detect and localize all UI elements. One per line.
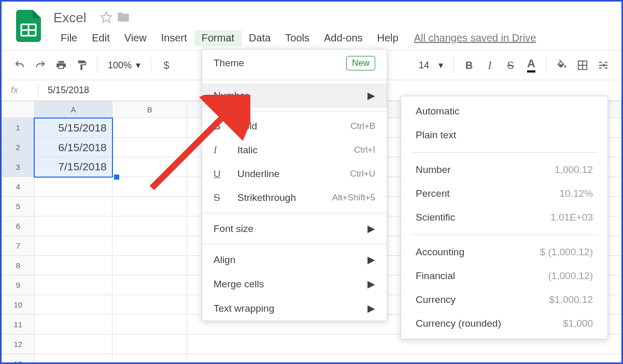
row-header[interactable]: 1 xyxy=(2,118,35,138)
menu-item-underline[interactable]: UUnderlineCtrl+U xyxy=(202,162,387,186)
cell[interactable] xyxy=(112,334,187,354)
column-header-A[interactable]: A xyxy=(34,101,112,118)
menu-insert[interactable]: Insert xyxy=(154,30,194,46)
menu-data[interactable]: Data xyxy=(242,30,278,46)
underline-icon: U xyxy=(214,168,227,180)
cell[interactable] xyxy=(112,157,187,177)
cell-A1[interactable]: 5/15/2018 xyxy=(34,118,112,138)
number-format-option[interactable]: Accounting$ (1,000.12) xyxy=(401,240,607,264)
cell[interactable] xyxy=(34,275,112,295)
row-header[interactable]: 7 xyxy=(2,236,35,256)
number-format-option[interactable]: Financial(1,000.12) xyxy=(401,264,607,288)
cell[interactable] xyxy=(112,256,187,275)
strikethrough-button[interactable]: S xyxy=(502,56,519,74)
menu-item-font-size[interactable]: Font size▶ xyxy=(202,216,387,241)
save-status[interactable]: All changes saved in Drive xyxy=(414,32,536,44)
selection-handle[interactable] xyxy=(114,174,119,180)
fill-color-button[interactable] xyxy=(553,56,571,74)
submenu-arrow-icon: ▶ xyxy=(367,278,375,290)
number-format-option[interactable]: Currency (rounded)$1,000 xyxy=(401,312,607,336)
menu-addons[interactable]: Add-ons xyxy=(317,30,370,46)
cell[interactable] xyxy=(112,315,187,334)
row-header[interactable]: 6 xyxy=(2,216,35,236)
menu-item-strikethrough[interactable]: SStrikethroughAlt+Shift+5 xyxy=(202,186,387,210)
cell[interactable] xyxy=(112,138,187,157)
cell[interactable] xyxy=(34,256,112,275)
redo-button[interactable] xyxy=(32,56,49,74)
borders-button[interactable] xyxy=(574,56,591,74)
cell[interactable] xyxy=(34,295,112,315)
format-currency-button[interactable]: $ xyxy=(158,56,175,74)
menu-edit[interactable]: Edit xyxy=(84,30,117,46)
document-title[interactable]: Excel xyxy=(53,10,87,26)
font-size-selector[interactable]: 14▾ xyxy=(415,60,447,71)
row-header[interactable]: 8 xyxy=(2,256,35,275)
menu-help[interactable]: Help xyxy=(370,30,406,46)
column-header-B[interactable]: B xyxy=(112,101,187,118)
menu-item-merge-cells[interactable]: Merge cells▶ xyxy=(202,272,387,296)
submenu-arrow-icon: ▶ xyxy=(367,302,375,314)
chevron-down-icon: ▾ xyxy=(438,60,443,71)
italic-icon: I xyxy=(214,144,227,156)
cell[interactable] xyxy=(112,236,187,256)
number-format-option[interactable]: Percent10.12% xyxy=(401,182,607,206)
number-format-option[interactable]: Currency$1,000.12 xyxy=(401,288,607,312)
cell-A3[interactable]: 7/15/2018 xyxy=(34,157,112,177)
formula-input[interactable]: 5/15/2018 xyxy=(48,85,89,96)
row-header[interactable]: 12 xyxy=(2,334,35,354)
menu-tools[interactable]: Tools xyxy=(278,30,317,46)
chevron-down-icon: ▾ xyxy=(136,60,140,71)
italic-button[interactable]: I xyxy=(481,56,499,74)
row-header[interactable]: 4 xyxy=(2,177,35,197)
row-header[interactable]: 2 xyxy=(2,138,35,157)
cell[interactable] xyxy=(112,118,187,138)
cell[interactable] xyxy=(34,354,112,365)
menu-file[interactable]: File xyxy=(53,30,84,46)
menu-item-theme[interactable]: Theme New xyxy=(202,50,387,77)
menu-item-align[interactable]: Align▶ xyxy=(202,247,387,272)
cell[interactable] xyxy=(34,216,112,236)
submenu-arrow-icon: ▶ xyxy=(367,90,375,101)
format-menu-dropdown: Theme New Number ▶ BBoldCtrl+B IItalicCt… xyxy=(202,49,387,321)
row-header[interactable]: 9 xyxy=(2,275,35,295)
row-header[interactable]: 5 xyxy=(2,197,35,216)
cell[interactable] xyxy=(112,295,187,315)
paint-format-button[interactable] xyxy=(73,56,91,74)
menu-item-bold[interactable]: BBoldCtrl+B xyxy=(202,114,387,138)
row-header[interactable]: 13 xyxy=(2,354,35,365)
bold-icon: B xyxy=(214,121,227,132)
merge-cells-button[interactable] xyxy=(594,56,612,74)
row-header[interactable]: 11 xyxy=(2,315,35,334)
menu-item-italic[interactable]: IItalicCtrl+I xyxy=(202,138,387,162)
menu-item-number[interactable]: Number ▶ xyxy=(202,83,387,108)
cell[interactable] xyxy=(112,354,187,365)
text-color-button[interactable]: A xyxy=(522,56,540,74)
number-format-option[interactable]: Plain text xyxy=(401,123,607,147)
cell[interactable] xyxy=(34,236,112,256)
menu-item-text-wrapping[interactable]: Text wrapping▶ xyxy=(202,296,387,321)
menu-view[interactable]: View xyxy=(117,30,154,46)
menu-format[interactable]: Format xyxy=(194,30,242,46)
number-format-option[interactable]: Scientific1.01E+03 xyxy=(401,206,607,229)
cell-A2[interactable]: 6/15/2018 xyxy=(34,138,112,157)
cell[interactable] xyxy=(112,197,187,216)
folder-icon[interactable] xyxy=(117,10,130,26)
zoom-selector[interactable]: 100%▾ xyxy=(104,60,145,71)
undo-button[interactable] xyxy=(11,56,29,74)
star-icon[interactable] xyxy=(100,11,112,25)
number-format-option[interactable]: Number1,000.12 xyxy=(401,158,607,182)
cell[interactable] xyxy=(34,197,112,216)
cell[interactable] xyxy=(34,315,112,334)
print-button[interactable] xyxy=(52,56,70,74)
row-header[interactable]: 10 xyxy=(2,295,35,315)
cell[interactable] xyxy=(112,275,187,295)
cell[interactable] xyxy=(34,334,112,354)
cell[interactable] xyxy=(112,216,187,236)
cell[interactable] xyxy=(112,177,187,197)
bold-button[interactable]: B xyxy=(460,56,478,74)
row-header[interactable]: 3 xyxy=(2,157,35,177)
number-format-option[interactable]: Automatic xyxy=(401,99,607,123)
select-all-corner[interactable] xyxy=(2,101,35,118)
cell[interactable] xyxy=(34,177,112,197)
submenu-arrow-icon: ▶ xyxy=(367,254,375,266)
